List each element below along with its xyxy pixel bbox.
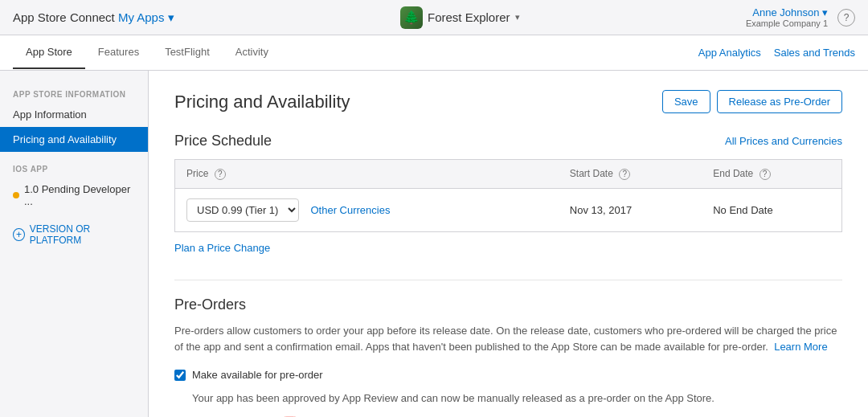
help-button[interactable]: ? bbox=[837, 9, 855, 27]
approved-text: Your app has been approved by App Review… bbox=[192, 390, 842, 407]
page-header: Pricing and Availability Save Release as… bbox=[174, 90, 842, 113]
preorder-checkbox-row: Make available for pre-order bbox=[174, 369, 842, 381]
page-title: Pricing and Availability bbox=[174, 92, 350, 112]
tab-app-store[interactable]: App Store bbox=[13, 36, 85, 69]
price-table: Price ? Start Date ? End Date ? bbox=[174, 159, 842, 232]
app-analytics-link[interactable]: App Analytics bbox=[698, 47, 761, 59]
col-end-date: End Date ? bbox=[702, 160, 841, 189]
all-prices-link[interactable]: All Prices and Currencies bbox=[725, 135, 842, 147]
status-dot bbox=[13, 192, 19, 198]
plus-icon: + bbox=[13, 228, 25, 241]
tab-features[interactable]: Features bbox=[85, 36, 152, 69]
table-row: USD 0.99 (Tier 1) Other Currencies Nov 1… bbox=[175, 188, 842, 231]
top-bar: App Store Connect My Apps ▾ 🌲 Forest Exp… bbox=[0, 0, 868, 35]
other-currencies-link[interactable]: Other Currencies bbox=[310, 204, 390, 216]
add-version-button[interactable]: + VERSION OR PLATFORM bbox=[0, 214, 148, 256]
col-start-date: Start Date ? bbox=[559, 160, 702, 189]
brand: App Store Connect My Apps ▾ bbox=[13, 10, 174, 25]
start-date-help-icon[interactable]: ? bbox=[619, 169, 630, 180]
preorders-title: Pre-Orders bbox=[174, 296, 842, 313]
price-cell: USD 0.99 (Tier 1) Other Currencies bbox=[175, 188, 559, 231]
add-version-label: VERSION OR PLATFORM bbox=[30, 223, 135, 246]
preorders-section: Pre-Orders Pre-orders allow customers to… bbox=[174, 296, 842, 418]
tab-bar-left: App Store Features TestFlight Activity bbox=[13, 36, 281, 69]
section-divider bbox=[174, 280, 842, 280]
section-header: Price Schedule All Prices and Currencies bbox=[174, 133, 842, 149]
sidebar-item-app-information[interactable]: App Information bbox=[0, 102, 148, 127]
price-help-icon[interactable]: ? bbox=[215, 169, 226, 180]
price-schedule-section: Price Schedule All Prices and Currencies… bbox=[174, 133, 842, 254]
my-apps-link[interactable]: My Apps ▾ bbox=[118, 10, 174, 24]
sidebar-section-label: APP STORE INFORMATION bbox=[0, 84, 148, 102]
tab-bar-right: App Analytics Sales and Trends bbox=[698, 47, 855, 59]
price-select[interactable]: USD 0.99 (Tier 1) bbox=[186, 198, 299, 222]
main-content: Pricing and Availability Save Release as… bbox=[149, 71, 868, 417]
user-name: Anne Johnson ▾ bbox=[746, 6, 828, 18]
tab-bar: App Store Features TestFlight Activity A… bbox=[0, 35, 868, 71]
start-date-cell: Nov 13, 2017 bbox=[559, 188, 702, 231]
end-date-cell: No End Date bbox=[702, 188, 841, 231]
preorder-checkbox[interactable] bbox=[174, 370, 186, 381]
app-icon: 🌲 bbox=[400, 6, 423, 29]
user-info[interactable]: Anne Johnson ▾ Example Company 1 bbox=[746, 6, 828, 28]
preorder-checkbox-label: Make available for pre-order bbox=[192, 369, 323, 381]
app-name: Forest Explorer bbox=[428, 10, 510, 24]
end-date-help-icon[interactable]: ? bbox=[760, 169, 771, 180]
preorders-description: Pre-orders allow customers to order your… bbox=[174, 323, 842, 357]
release-preorder-button[interactable]: Release as Pre-Order bbox=[717, 90, 842, 113]
layout: APP STORE INFORMATION App Information Pr… bbox=[0, 71, 868, 417]
price-schedule-title: Price Schedule bbox=[174, 133, 272, 149]
app-selector[interactable]: 🌲 Forest Explorer ▾ bbox=[400, 6, 520, 29]
sales-trends-link[interactable]: Sales and Trends bbox=[774, 47, 855, 59]
app-selector-caret: ▾ bbox=[515, 12, 520, 22]
sidebar-item-ios-version[interactable]: 1.0 Pending Developer ... bbox=[0, 177, 148, 214]
my-apps-label: My Apps bbox=[118, 10, 165, 24]
top-bar-right: Anne Johnson ▾ Example Company 1 ? bbox=[746, 6, 855, 28]
learn-more-link[interactable]: Learn More bbox=[774, 341, 827, 353]
save-button[interactable]: Save bbox=[662, 90, 710, 113]
tab-testflight[interactable]: TestFlight bbox=[152, 36, 223, 69]
top-bar-left: App Store Connect My Apps ▾ bbox=[13, 10, 174, 25]
company-name: Example Company 1 bbox=[746, 18, 828, 28]
sidebar: APP STORE INFORMATION App Information Pr… bbox=[0, 71, 149, 417]
brand-text: App Store Connect bbox=[13, 10, 115, 24]
tab-activity[interactable]: Activity bbox=[223, 36, 281, 69]
plan-price-change-link[interactable]: Plan a Price Change bbox=[174, 242, 842, 254]
sidebar-item-pricing[interactable]: Pricing and Availability bbox=[0, 127, 148, 152]
page-actions: Save Release as Pre-Order bbox=[662, 90, 842, 113]
ios-app-section-label: IOS APP bbox=[0, 152, 148, 177]
col-price: Price ? bbox=[175, 160, 559, 189]
my-apps-caret: ▾ bbox=[168, 10, 174, 24]
